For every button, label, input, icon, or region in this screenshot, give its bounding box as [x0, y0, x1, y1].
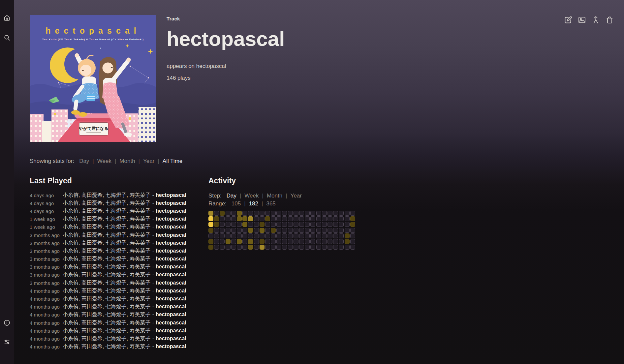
activity-day-cell[interactable]: [231, 216, 236, 221]
track-link[interactable]: hectopascal: [156, 248, 186, 254]
activity-day-cell[interactable]: [322, 216, 327, 221]
scrobble-time[interactable]: 3 months ago: [30, 272, 63, 278]
activity-day-cell[interactable]: [220, 222, 225, 227]
activity-day-cell[interactable]: [208, 216, 213, 221]
scrobble-time[interactable]: 4 days ago: [30, 208, 63, 214]
settings-sliders-icon[interactable]: [3, 338, 11, 346]
scrobble-time[interactable]: 4 months ago: [30, 344, 63, 349]
track-link[interactable]: hectopascal: [156, 296, 186, 301]
activity-day-cell[interactable]: [265, 239, 270, 244]
activity-day-cell[interactable]: [254, 239, 259, 244]
activity-day-cell[interactable]: [226, 245, 231, 250]
merge-icon[interactable]: [591, 15, 600, 24]
track-link[interactable]: hectopascal: [156, 320, 186, 325]
activity-day-cell[interactable]: [226, 216, 231, 221]
activity-day-cell[interactable]: [214, 239, 219, 244]
activity-day-cell[interactable]: [260, 228, 265, 233]
activity-day-cell[interactable]: [350, 233, 355, 238]
scrobble-time[interactable]: 3 months ago: [30, 248, 63, 254]
activity-day-cell[interactable]: [214, 228, 219, 233]
activity-day-cell[interactable]: [276, 245, 281, 250]
activity-day-cell[interactable]: [208, 245, 213, 250]
activity-day-cell[interactable]: [310, 222, 315, 227]
activity-day-cell[interactable]: [248, 211, 253, 216]
activity-day-cell[interactable]: [248, 228, 253, 233]
activity-day-cell[interactable]: [260, 222, 265, 227]
activity-day-cell[interactable]: [265, 211, 270, 216]
activity-day-cell[interactable]: [231, 222, 236, 227]
activity-day-cell[interactable]: [265, 222, 270, 227]
activity-day-cell[interactable]: [220, 216, 225, 221]
activity-day-cell[interactable]: [242, 228, 247, 233]
activity-day-cell[interactable]: [328, 233, 332, 238]
activity-day-cell[interactable]: [282, 228, 287, 233]
activity-day-cell[interactable]: [345, 216, 350, 221]
activity-day-cell[interactable]: [299, 222, 304, 227]
activity-day-cell[interactable]: [254, 216, 259, 221]
activity-day-cell[interactable]: [350, 228, 355, 233]
activity-day-cell[interactable]: [299, 239, 304, 244]
track-link[interactable]: hectopascal: [156, 264, 186, 269]
filter-option-year[interactable]: Year: [143, 158, 154, 164]
activity-day-cell[interactable]: [339, 245, 344, 250]
change-image-icon[interactable]: [577, 15, 586, 24]
artist-links[interactable]: 小糸侑, 高田憂希, 七海燈子, 寿美菜子: [63, 272, 151, 277]
info-icon[interactable]: [3, 319, 11, 326]
activity-day-cell[interactable]: [276, 216, 281, 221]
activity-day-cell[interactable]: [214, 233, 219, 238]
activity-day-cell[interactable]: [322, 245, 327, 250]
activity-day-cell[interactable]: [276, 222, 281, 227]
track-link[interactable]: hectopascal: [156, 240, 186, 246]
activity-day-cell[interactable]: [345, 239, 350, 244]
activity-day-cell[interactable]: [214, 211, 219, 216]
range-option-182[interactable]: 182: [249, 200, 258, 207]
activity-day-cell[interactable]: [214, 245, 219, 250]
activity-day-cell[interactable]: [282, 239, 287, 244]
activity-day-cell[interactable]: [282, 233, 287, 238]
activity-day-cell[interactable]: [328, 216, 332, 221]
activity-day-cell[interactable]: [254, 222, 259, 227]
artist-links[interactable]: 小糸侑, 高田憂希, 七海燈子, 寿美菜子: [63, 224, 151, 229]
activity-day-cell[interactable]: [242, 211, 247, 216]
activity-day-cell[interactable]: [310, 239, 315, 244]
artist-links[interactable]: 小糸侑, 高田憂希, 七海燈子, 寿美菜子: [63, 304, 151, 309]
filter-option-day[interactable]: Day: [79, 158, 89, 164]
scrobble-time[interactable]: 4 months ago: [30, 336, 63, 342]
activity-day-cell[interactable]: [226, 211, 231, 216]
activity-day-cell[interactable]: [226, 228, 231, 233]
activity-day-cell[interactable]: [242, 233, 247, 238]
activity-day-cell[interactable]: [294, 216, 298, 221]
activity-day-cell[interactable]: [231, 228, 236, 233]
activity-day-cell[interactable]: [294, 245, 298, 250]
activity-day-cell[interactable]: [237, 233, 242, 238]
activity-day-cell[interactable]: [294, 239, 298, 244]
scrobble-time[interactable]: 3 months ago: [30, 256, 63, 262]
activity-day-cell[interactable]: [299, 211, 304, 216]
step-option-week[interactable]: Week: [244, 193, 259, 199]
activity-day-cell[interactable]: [226, 222, 231, 227]
activity-day-cell[interactable]: [288, 228, 293, 233]
artist-links[interactable]: 小糸侑, 高田憂希, 七海燈子, 寿美菜子: [63, 200, 151, 206]
activity-day-cell[interactable]: [333, 216, 338, 221]
artist-links[interactable]: 小糸侑, 高田憂希, 七海燈子, 寿美菜子: [63, 208, 151, 214]
activity-day-cell[interactable]: [288, 211, 293, 216]
activity-day-cell[interactable]: [271, 222, 276, 227]
delete-icon[interactable]: [605, 15, 614, 24]
activity-day-cell[interactable]: [310, 228, 315, 233]
range-option-105[interactable]: 105: [232, 200, 241, 207]
activity-day-cell[interactable]: [242, 239, 247, 244]
activity-day-cell[interactable]: [248, 216, 253, 221]
activity-day-cell[interactable]: [310, 216, 315, 221]
activity-day-cell[interactable]: [265, 216, 270, 221]
activity-day-cell[interactable]: [208, 233, 213, 238]
activity-day-cell[interactable]: [242, 216, 247, 221]
activity-day-cell[interactable]: [299, 233, 304, 238]
artist-links[interactable]: 小糸侑, 高田憂希, 七海燈子, 寿美菜子: [63, 232, 151, 238]
activity-day-cell[interactable]: [288, 239, 293, 244]
activity-day-cell[interactable]: [276, 228, 281, 233]
activity-day-cell[interactable]: [305, 216, 310, 221]
track-link[interactable]: hectopascal: [156, 224, 186, 229]
filter-option-week[interactable]: Week: [97, 158, 111, 164]
activity-day-cell[interactable]: [288, 222, 293, 227]
activity-day-cell[interactable]: [231, 211, 236, 216]
